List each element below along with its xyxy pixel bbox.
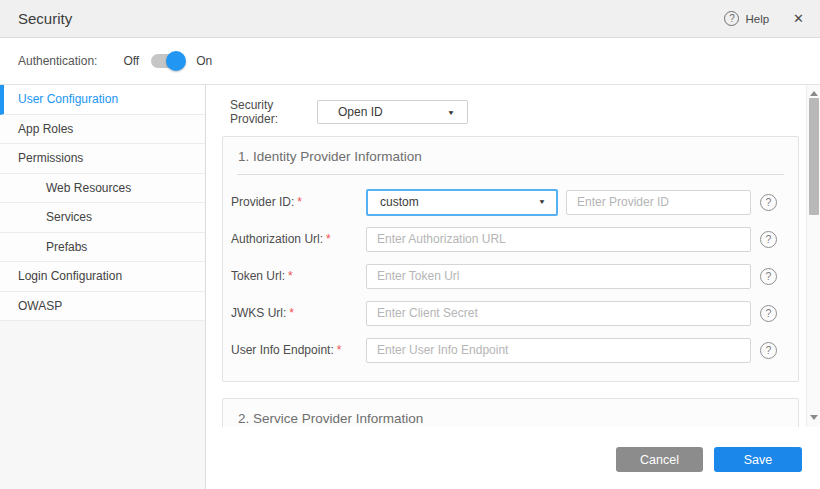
authentication-row: Authentication: Off On [0, 38, 820, 85]
help-icon[interactable]: ? [760, 342, 777, 359]
token-url-label: Token Url:* [231, 269, 366, 283]
user-info-endpoint-input[interactable] [366, 338, 751, 363]
sidebar-item-owasp[interactable]: OWASP [0, 292, 205, 322]
jwks-url-input[interactable] [366, 301, 751, 326]
vertical-scrollbar[interactable] [806, 85, 820, 427]
authentication-toggle[interactable] [151, 54, 184, 68]
authentication-label: Authentication: [18, 54, 97, 68]
scroll-down-arrow[interactable] [807, 411, 820, 423]
sidebar-item-login-configuration[interactable]: Login Configuration [0, 262, 205, 292]
help-icon[interactable]: ? [760, 194, 777, 211]
user-info-endpoint-row: User Info Endpoint:* ? [231, 337, 784, 363]
sidebar: User Configuration App Roles Permissions… [0, 85, 206, 489]
provider-id-input[interactable] [566, 190, 751, 215]
help-icon[interactable]: ? [760, 268, 777, 285]
toggle-knob [166, 51, 186, 71]
required-marker: * [326, 232, 331, 246]
close-icon[interactable]: ✕ [793, 11, 804, 26]
security-provider-value: Open ID [338, 105, 383, 119]
help-button[interactable]: ? Help [724, 11, 769, 26]
cancel-button[interactable]: Cancel [616, 447, 703, 472]
provider-id-label: Provider ID:* [231, 195, 366, 209]
sidebar-item-user-configuration[interactable]: User Configuration [0, 85, 205, 115]
jwks-url-label: JWKS Url:* [231, 306, 366, 320]
security-provider-label: Security Provider: [230, 98, 317, 126]
sidebar-item-services[interactable]: Services [0, 203, 205, 233]
sidebar-item-permissions[interactable]: Permissions [0, 144, 205, 174]
chevron-down-icon: ▼ [447, 108, 467, 115]
identity-provider-section: 1. Identity Provider Information Provide… [222, 136, 799, 382]
help-icon[interactable]: ? [760, 305, 777, 322]
provider-id-row: Provider ID:* custom ▼ ? [231, 189, 784, 215]
required-marker: * [297, 195, 302, 209]
security-dialog: Security ? Help ✕ Authentication: Off On… [0, 0, 820, 489]
help-icon[interactable]: ? [760, 231, 777, 248]
authorization-url-label: Authorization Url:* [231, 232, 366, 246]
footer: Cancel Save [206, 427, 820, 489]
token-url-row: Token Url:* ? [231, 263, 784, 289]
token-url-input[interactable] [366, 264, 751, 289]
authorization-url-row: Authorization Url:* ? [231, 226, 784, 252]
page-title: Security [18, 10, 72, 27]
triangle-up-icon [810, 91, 818, 96]
required-marker: * [288, 269, 293, 283]
sidebar-item-web-resources[interactable]: Web Resources [0, 174, 205, 204]
titlebar: Security ? Help ✕ [0, 0, 820, 38]
required-marker: * [337, 343, 342, 357]
security-provider-row: Security Provider: Open ID ▼ [230, 98, 806, 126]
sidebar-item-app-roles[interactable]: App Roles [0, 115, 205, 145]
security-provider-select[interactable]: Open ID ▼ [317, 100, 468, 124]
section-head: 2. Service Provider Information [223, 399, 798, 427]
chevron-down-icon: ▼ [538, 198, 556, 205]
save-button[interactable]: Save [714, 447, 802, 472]
service-provider-section: 2. Service Provider Information [222, 398, 799, 427]
required-marker: * [289, 306, 294, 320]
provider-id-select-value: custom [380, 195, 419, 209]
toggle-off-label: Off [123, 54, 139, 68]
section-title: 1. Identity Provider Information [238, 149, 422, 164]
toggle-on-label: On [196, 54, 212, 68]
authorization-url-input[interactable] [366, 227, 751, 252]
triangle-down-icon [810, 415, 818, 420]
scrollbar-thumb[interactable] [809, 98, 819, 215]
sidebar-item-prefabs[interactable]: Prefabs [0, 233, 205, 263]
section-title: 2. Service Provider Information [238, 411, 423, 426]
provider-id-select[interactable]: custom ▼ [366, 189, 558, 216]
section-head: 1. Identity Provider Information [223, 137, 798, 174]
help-label: Help [745, 13, 769, 25]
user-info-endpoint-label: User Info Endpoint:* [231, 343, 366, 357]
jwks-url-row: JWKS Url:* ? [231, 300, 784, 326]
help-icon: ? [724, 11, 739, 26]
scroll-area: Security Provider: Open ID ▼ 1. Identity… [206, 85, 820, 427]
